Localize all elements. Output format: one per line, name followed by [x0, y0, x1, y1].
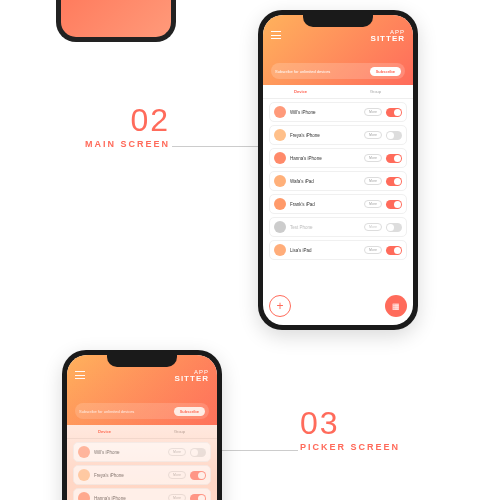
more-button[interactable]: More	[364, 131, 382, 139]
device-avatar	[274, 244, 286, 256]
device-name: Frank's iPad	[290, 202, 364, 207]
phone-main-screen: APP SITTER Subscribe for unlimited devic…	[258, 10, 418, 330]
device-row[interactable]: Freya's iPhoneMore	[73, 465, 211, 485]
device-toggle[interactable]	[386, 223, 402, 232]
device-toggle[interactable]	[386, 246, 402, 255]
device-row[interactable]: Test PhoneMore	[269, 217, 407, 237]
device-name: Will's iPhone	[290, 110, 364, 115]
section-number: 03	[300, 405, 460, 442]
device-row[interactable]: Freya's iPhoneMore	[269, 125, 407, 145]
device-avatar	[78, 446, 90, 458]
more-button[interactable]: More	[364, 154, 382, 162]
device-avatar	[274, 198, 286, 210]
device-name: Will's iPhone	[94, 450, 168, 455]
phone-picker-screen: APP SITTER Subscribe for unlimited devic…	[62, 350, 222, 500]
device-row[interactable]: Hanna's iPhoneMore	[73, 488, 211, 500]
device-toggle[interactable]	[386, 177, 402, 186]
device-toggle[interactable]	[190, 494, 206, 501]
more-button[interactable]: More	[168, 448, 186, 456]
device-toggle[interactable]	[386, 108, 402, 117]
device-name: Freya's iPhone	[94, 473, 168, 478]
connector-line	[222, 450, 298, 451]
device-row[interactable]: Will's iPhoneMore	[269, 102, 407, 122]
device-row[interactable]: Wafa's iPadMore	[269, 171, 407, 191]
device-row[interactable]: Lisa's iPadMore	[269, 240, 407, 260]
device-list: Will's iPhoneMoreFreya's iPhoneMoreHanna…	[263, 99, 413, 266]
device-toggle[interactable]	[386, 131, 402, 140]
device-row[interactable]: Will's iPhoneMore	[73, 442, 211, 462]
more-button[interactable]: More	[364, 246, 382, 254]
more-button[interactable]: More	[168, 471, 186, 479]
more-button[interactable]: More	[168, 494, 186, 500]
add-device-button[interactable]: +	[269, 295, 291, 317]
device-name: Test Phone	[290, 225, 364, 230]
more-button[interactable]: More	[364, 177, 382, 185]
banner-text: Subscribe for unlimited devices	[275, 69, 330, 74]
lock-all-button[interactable]: ▦	[385, 295, 407, 317]
device-list-dimmed: Will's iPhoneMoreFreya's iPhoneMoreHanna…	[67, 439, 217, 500]
device-avatar	[274, 129, 286, 141]
menu-icon[interactable]	[271, 31, 281, 39]
section-number: 02	[40, 102, 170, 139]
device-avatar	[274, 106, 286, 118]
device-name: Lisa's iPad	[290, 248, 364, 253]
device-toggle[interactable]	[386, 200, 402, 209]
device-name: Hanna's iPhone	[290, 156, 364, 161]
section-03-label: 03 PICKER SCREEN	[300, 405, 460, 452]
device-name: Wafa's iPad	[290, 179, 364, 184]
device-avatar	[274, 221, 286, 233]
device-toggle[interactable]	[386, 154, 402, 163]
tab-device[interactable]: Device	[263, 89, 338, 94]
phone-notch	[303, 15, 373, 27]
app-brand: APP SITTER	[371, 29, 405, 43]
device-avatar	[78, 469, 90, 481]
section-title: PICKER SCREEN	[300, 442, 460, 452]
previous-phone-partial	[56, 0, 176, 42]
phone-notch	[107, 355, 177, 367]
device-avatar	[274, 152, 286, 164]
device-avatar	[78, 492, 90, 500]
section-title: MAIN SCREEN	[40, 139, 170, 149]
lock-icon: ▦	[392, 302, 400, 311]
section-02-label: 02 MAIN SCREEN	[40, 102, 170, 149]
device-name: Freya's iPhone	[290, 133, 364, 138]
connector-line	[172, 146, 258, 147]
device-avatar	[274, 175, 286, 187]
device-name: Hanna's iPhone	[94, 496, 168, 501]
device-toggle[interactable]	[190, 448, 206, 457]
tab-bar: Device Group	[263, 85, 413, 99]
device-row[interactable]: Frank's iPadMore	[269, 194, 407, 214]
tab-group[interactable]: Group	[338, 89, 413, 94]
more-button[interactable]: More	[364, 200, 382, 208]
subscribe-button[interactable]: Subscribe	[370, 67, 401, 76]
device-row[interactable]: Hanna's iPhoneMore	[269, 148, 407, 168]
subscribe-banner: Subscribe for unlimited devices Subscrib…	[271, 63, 405, 79]
device-toggle[interactable]	[190, 471, 206, 480]
more-button[interactable]: More	[364, 223, 382, 231]
more-button[interactable]: More	[364, 108, 382, 116]
